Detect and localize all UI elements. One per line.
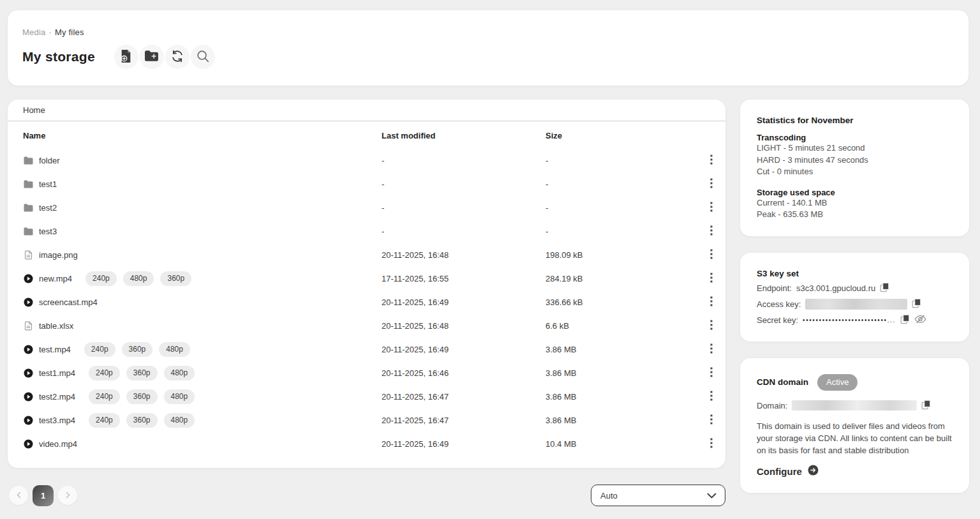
s3-key-card: S3 key set Endpoint: s3c3.001.gpucloud.r… — [740, 253, 969, 342]
file-size: - — [546, 156, 692, 165]
resolution-badge: 360p — [126, 413, 158, 428]
chevron-left-icon — [17, 491, 21, 500]
file-size: - — [546, 179, 692, 189]
file-size: 6.6 kB — [546, 321, 692, 331]
table-row[interactable]: test3 - - — [8, 220, 725, 243]
resolution-badge: 480p — [159, 342, 190, 357]
row-menu-button[interactable] — [706, 436, 716, 452]
table-row[interactable]: folder - - — [8, 149, 725, 172]
file-modified: 20-11-2025, 16:48 — [382, 321, 546, 331]
copy-secret-key-button[interactable] — [900, 314, 910, 326]
storage-peak: Peak - 635.63 MB — [757, 209, 953, 221]
play-circle-icon — [23, 297, 33, 307]
sidebar: Statistics for November Transcoding LIGH… — [740, 100, 969, 493]
row-menu-button[interactable] — [706, 247, 716, 263]
row-menu-button[interactable] — [706, 176, 716, 192]
row-menu-button[interactable] — [706, 412, 716, 428]
endpoint-label: Endpoint: — [757, 282, 792, 294]
path-breadcrumb-home[interactable]: Home — [8, 100, 725, 122]
row-menu-button[interactable] — [706, 223, 716, 239]
reveal-secret-key-button[interactable] — [914, 314, 926, 326]
file-size: 3.86 MB — [546, 368, 692, 378]
resolution-badges: 240p360p480p — [89, 366, 195, 380]
table-row[interactable]: video.mp4 20-11-2025, 16:49 10.4 MB — [8, 432, 725, 456]
row-menu-button[interactable] — [706, 294, 716, 310]
kebab-icon — [710, 296, 713, 308]
table-row[interactable]: test2.mp4 240p360p480p 20-11-2025, 16:47… — [8, 385, 725, 409]
table-row[interactable]: image.png 20-11-2025, 16:48 198.09 kB — [8, 243, 725, 267]
resolution-badge: 480p — [123, 271, 154, 286]
statistics-title: Statistics for November — [757, 116, 953, 125]
file-size: - — [546, 227, 692, 236]
file-size: 3.86 MB — [546, 392, 692, 402]
table-row[interactable]: table.xlsx 20-11-2025, 16:48 6.6 kB — [8, 314, 725, 338]
file-name: test3.mp4 — [39, 416, 75, 425]
copy-endpoint-button[interactable] — [880, 282, 889, 294]
row-menu-button[interactable] — [706, 200, 716, 216]
configure-cdn-button[interactable]: Configure — [757, 465, 819, 478]
column-header-modified: Last modified — [382, 131, 546, 140]
file-name: new.mp4 — [39, 274, 72, 283]
access-key-label: Access key: — [757, 298, 801, 310]
row-menu-button[interactable] — [706, 342, 716, 357]
file-modified: 17-11-2025, 16:55 — [382, 274, 546, 283]
refresh-button[interactable] — [165, 45, 189, 69]
copy-icon — [912, 298, 921, 310]
folder-icon — [23, 227, 33, 236]
kebab-icon — [710, 391, 713, 403]
file-name: video.mp4 — [39, 439, 77, 449]
search-button[interactable] — [191, 45, 215, 69]
page-size-select[interactable]: Auto — [591, 485, 725, 506]
configure-label: Configure — [757, 466, 802, 477]
resolution-badge: 240p — [89, 366, 120, 380]
previous-page-button[interactable] — [9, 486, 28, 505]
play-circle-icon — [23, 368, 33, 378]
table-row[interactable]: test2 - - — [8, 196, 725, 220]
row-menu-button[interactable] — [706, 153, 716, 169]
row-menu-button[interactable] — [706, 318, 716, 334]
table-row[interactable]: test.mp4 240p360p480p 20-11-2025, 16:49 … — [8, 338, 725, 361]
resolution-badge: 480p — [164, 366, 195, 380]
table-row[interactable]: test1 - - — [8, 172, 725, 196]
table-row[interactable]: new.mp4 240p480p360p 17-11-2025, 16:55 2… — [8, 267, 725, 290]
breadcrumb-separator: · — [48, 27, 52, 37]
table-row[interactable]: test3.mp4 240p360p480p 20-11-2025, 16:47… — [8, 409, 725, 432]
endpoint-value: s3c3.001.gpucloud.ru — [796, 282, 875, 294]
storage-title: Storage used space — [757, 188, 953, 197]
table-row[interactable]: screencast.mp4 20-11-2025, 16:49 336.66 … — [8, 290, 725, 314]
row-menu-button[interactable] — [706, 389, 716, 405]
row-menu-button[interactable] — [706, 271, 716, 287]
kebab-icon — [710, 249, 713, 261]
copy-domain-button[interactable] — [921, 400, 931, 412]
copy-access-key-button[interactable] — [912, 298, 921, 310]
transcoding-hard: HARD - 3 minutes 47 seconds — [757, 154, 953, 167]
cdn-status-badge: Active — [817, 374, 858, 391]
table-row[interactable]: test1.mp4 240p360p480p 20-11-2025, 16:46… — [8, 361, 725, 385]
kebab-icon — [710, 178, 713, 190]
page-header: Media·My files My storage — [8, 10, 969, 86]
file-name: image.png — [39, 250, 78, 260]
file-modified: 20-11-2025, 16:49 — [382, 297, 546, 307]
access-key-redacted-value — [805, 299, 907, 310]
copy-icon — [880, 282, 889, 294]
resolution-badges: 240p360p480p — [89, 413, 195, 428]
kebab-icon — [710, 273, 713, 285]
file-modified: - — [382, 203, 546, 213]
breadcrumb-parent[interactable]: Media — [22, 27, 45, 37]
search-icon — [196, 49, 210, 65]
next-page-button[interactable] — [58, 486, 77, 505]
play-circle-icon — [23, 416, 33, 425]
current-page-button[interactable]: 1 — [33, 485, 54, 506]
transcoding-title: Transcoding — [757, 133, 953, 142]
copy-icon — [921, 400, 931, 412]
upload-file-button[interactable] — [114, 45, 138, 69]
table-header: Name Last modified Size — [8, 122, 725, 149]
row-menu-button[interactable] — [706, 365, 716, 381]
kebab-icon — [710, 343, 713, 356]
kebab-icon — [710, 154, 713, 167]
eye-off-icon — [914, 314, 926, 326]
column-header-name: Name — [23, 131, 382, 140]
page-title: My storage — [22, 49, 95, 64]
file-name: folder — [39, 156, 60, 165]
create-folder-button[interactable] — [140, 45, 164, 69]
